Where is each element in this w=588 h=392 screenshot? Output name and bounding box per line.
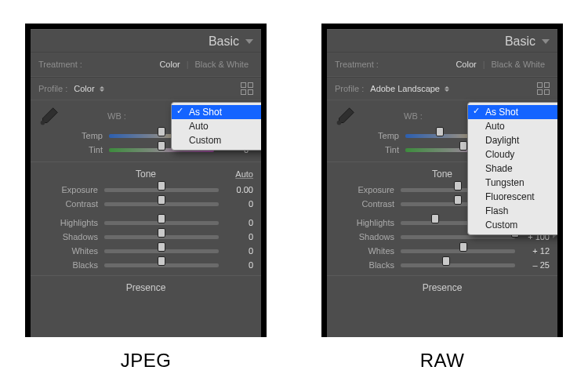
eyedropper-icon[interactable] [333,105,357,129]
caption-raw: RAW [321,350,563,372]
slider-highlights[interactable]: Highlights0 [31,216,261,230]
slider-whites[interactable]: Whites0 [31,244,261,258]
treatment-bw[interactable]: Black & White [487,57,550,71]
wb-option[interactable]: Custom [172,133,261,147]
tone-section-header: Tone Auto [31,162,261,183]
profile-label: Profile : [38,84,67,93]
wb-option[interactable]: As Shot [468,105,557,119]
profile-browser-icon[interactable] [241,82,253,95]
profile-label: Profile : [335,84,364,93]
wb-option[interactable]: Tungsten [468,176,557,190]
slider-whites[interactable]: Whites+ 12 [327,244,557,258]
treatment-bw[interactable]: Black & White [191,57,253,71]
wb-option[interactable]: Daylight [468,133,557,147]
tone-auto-button[interactable]: Auto [235,169,253,179]
wb-dropdown[interactable]: As ShotAutoCustom [171,102,261,151]
panel-raw: Basic Treatment : Color | Black & White … [321,24,563,337]
svg-point-1 [337,121,342,125]
collapse-triangle-icon [542,39,550,44]
panel-title-bar[interactable]: Basic [327,29,557,52]
panel-jpeg: Basic Treatment : Color | Black & White … [25,24,267,337]
wb-option[interactable]: As Shot [172,105,261,119]
wb-option[interactable]: Fluorescent [468,190,557,204]
panel-title: Basic [505,34,535,49]
wb-label: WB : [404,111,423,121]
wb-option[interactable]: Shade [468,162,557,176]
profile-browser-icon[interactable] [537,82,550,95]
wb-dropdown[interactable]: As ShotAutoDaylightCloudyShadeTungstenFl… [467,102,557,235]
wb-option[interactable]: Custom [468,218,557,232]
panel-title-bar[interactable]: Basic [31,29,261,52]
profile-row: Profile : Color [31,77,261,100]
updown-arrows-icon [99,86,105,92]
slider-exposure[interactable]: Exposure0.00 [31,183,261,197]
caption-jpeg: JPEG [25,350,267,372]
treatment-label: Treatment : [38,60,82,69]
wb-option[interactable]: Auto [172,119,261,133]
slider-contrast[interactable]: Contrast0 [31,197,261,211]
treatment-row: Treatment : Color | Black & White [31,52,261,77]
wb-option[interactable]: Flash [468,204,557,218]
wb-label: WB : [107,111,126,121]
treatment-color[interactable]: Color [154,57,184,71]
treatment-row: Treatment : Color | Black & White [327,52,557,77]
presence-section-header: Presence [31,275,261,296]
treatment-color[interactable]: Color [451,57,481,71]
profile-row: Profile : Adobe Landscape [327,77,557,100]
profile-select[interactable]: Color [74,84,104,93]
updown-arrows-icon [444,86,450,92]
profile-select[interactable]: Adobe Landscape [370,84,450,93]
wb-option[interactable]: Cloudy [468,147,557,162]
wb-option[interactable]: Auto [468,119,557,133]
slider-blacks[interactable]: Blacks– 25 [327,258,557,272]
treatment-label: Treatment : [335,60,379,69]
collapse-triangle-icon [245,39,253,44]
panel-title: Basic [209,34,239,49]
presence-section-header: Presence [327,275,557,296]
slider-shadows[interactable]: Shadows0 [31,230,261,244]
eyedropper-icon[interactable] [37,105,60,129]
slider-blacks[interactable]: Blacks0 [31,258,261,272]
svg-point-0 [41,121,45,125]
